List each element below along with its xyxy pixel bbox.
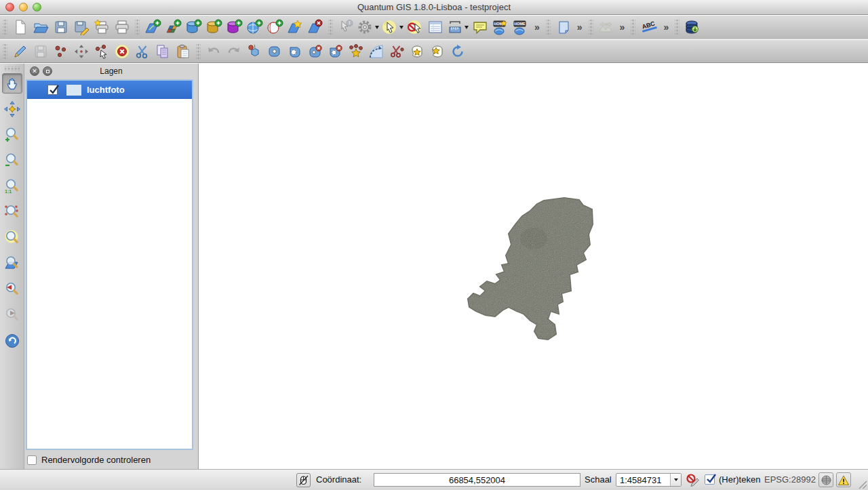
scale-dropdown-button[interactable] bbox=[670, 474, 681, 486]
identify-features-button[interactable]: i bbox=[336, 16, 356, 38]
new-print-composer-button[interactable] bbox=[92, 16, 112, 38]
messages-button[interactable] bbox=[836, 472, 851, 487]
toolbar-handle[interactable] bbox=[546, 20, 551, 35]
undo-button[interactable] bbox=[203, 41, 224, 62]
stop-render-icon bbox=[686, 473, 700, 487]
capture-points-button[interactable] bbox=[51, 41, 71, 62]
delete-part-button[interactable] bbox=[326, 41, 346, 62]
add-postgis-layer-button[interactable] bbox=[183, 16, 203, 38]
coordinate-input[interactable] bbox=[374, 473, 580, 487]
scissors-icon bbox=[134, 43, 151, 60]
add-raster-layer-button[interactable] bbox=[163, 16, 183, 38]
toggle-editing-button[interactable] bbox=[10, 41, 31, 62]
mouse-icon bbox=[298, 474, 309, 486]
pan-to-selection-button[interactable] bbox=[2, 99, 22, 119]
open-attribute-table-button[interactable] bbox=[425, 16, 446, 38]
move-feature-button[interactable] bbox=[71, 41, 92, 62]
zoom-in-icon bbox=[4, 127, 20, 143]
resize-grip[interactable] bbox=[859, 481, 867, 489]
copy-features-button[interactable] bbox=[153, 41, 173, 62]
run-feature-action-button[interactable] bbox=[356, 16, 380, 38]
layer-row-luchtfoto[interactable]: luchtfoto bbox=[27, 81, 192, 99]
raster-terrain-analysis-button[interactable] bbox=[596, 16, 616, 38]
select-features-button[interactable] bbox=[380, 16, 405, 38]
toolbar-handle[interactable] bbox=[3, 44, 7, 59]
stop-render-button[interactable] bbox=[685, 472, 701, 488]
add-vector-layer-button[interactable] bbox=[142, 16, 163, 38]
merge-attributes-button[interactable] bbox=[427, 41, 448, 62]
svg-text:i: i bbox=[349, 20, 351, 25]
zoom-next-button[interactable] bbox=[2, 305, 22, 325]
new-bookmark-button[interactable]: HOME bbox=[490, 16, 511, 38]
zoom-to-selection-button[interactable] bbox=[2, 202, 22, 222]
toolbar-overflow-chevron[interactable]: » bbox=[663, 22, 669, 33]
toolbar-overflow-chevron[interactable]: » bbox=[534, 22, 540, 33]
zoom-last-button[interactable] bbox=[2, 228, 22, 248]
zoom-native-resolution-button[interactable]: 1:1 bbox=[2, 176, 22, 197]
simplify-feature-button[interactable] bbox=[264, 41, 285, 62]
paste-features-button[interactable] bbox=[173, 41, 193, 62]
rotate-feature-button[interactable]: 1 bbox=[244, 41, 264, 62]
measure-line-button[interactable] bbox=[446, 16, 470, 38]
rotate-point-symbols-button[interactable] bbox=[448, 41, 468, 62]
toolbar-handle[interactable] bbox=[135, 20, 140, 35]
deselect-features-button[interactable] bbox=[405, 16, 425, 38]
reshape-features-button[interactable] bbox=[346, 41, 366, 62]
zoom-in-button[interactable] bbox=[2, 125, 22, 145]
map-tips-button[interactable] bbox=[470, 16, 490, 38]
open-project-button[interactable] bbox=[31, 16, 51, 38]
crs-status-button[interactable] bbox=[818, 472, 833, 487]
layer-list[interactable]: luchtfoto bbox=[26, 79, 193, 450]
merge-features-button[interactable] bbox=[407, 41, 427, 62]
zoom-full-button[interactable] bbox=[2, 253, 22, 274]
track-mouse-button[interactable] bbox=[296, 473, 311, 487]
cut-features-button[interactable] bbox=[132, 41, 153, 62]
pan-to-selection-icon bbox=[3, 100, 21, 118]
toolbar-handle[interactable] bbox=[5, 66, 20, 71]
map-canvas[interactable] bbox=[198, 64, 868, 469]
toolbar-handle[interactable] bbox=[3, 20, 7, 35]
toolbar-handle[interactable] bbox=[631, 20, 635, 35]
pan-map-button[interactable] bbox=[2, 73, 22, 94]
toolbar-overflow-chevron[interactable]: » bbox=[577, 22, 583, 33]
evis-database-button[interactable] bbox=[682, 16, 703, 38]
remove-layer-button[interactable] bbox=[305, 16, 326, 38]
toolbar-map-navigation: 1:1 bbox=[0, 64, 24, 469]
show-bookmarks-button[interactable]: HOME bbox=[511, 16, 531, 38]
labeling-button[interactable]: ABC bbox=[638, 16, 660, 38]
redraw-checkbox[interactable] bbox=[705, 474, 715, 485]
add-wms-layer-button[interactable] bbox=[244, 16, 264, 38]
zoom-previous-button[interactable] bbox=[2, 279, 22, 300]
toolbar-handle[interactable] bbox=[196, 44, 201, 59]
offset-curve-button[interactable] bbox=[366, 41, 387, 62]
scale-combobox[interactable]: 1:4584731 bbox=[616, 473, 682, 487]
layer-visibility-checkbox[interactable] bbox=[47, 85, 58, 95]
save-project-as-button[interactable] bbox=[71, 16, 92, 38]
redo-button[interactable] bbox=[224, 41, 244, 62]
delete-ring-button[interactable] bbox=[305, 41, 326, 62]
refresh-button[interactable] bbox=[2, 331, 22, 351]
node-tool-button[interactable] bbox=[92, 41, 112, 62]
split-features-button[interactable] bbox=[387, 41, 407, 62]
toolbar-handle[interactable] bbox=[328, 20, 333, 35]
add-ring-button[interactable] bbox=[285, 41, 305, 62]
save-project-button[interactable] bbox=[51, 16, 71, 38]
add-spatialite-layer-button[interactable] bbox=[203, 16, 224, 38]
add-wfs-layer-button[interactable] bbox=[264, 16, 285, 38]
zoom-out-button[interactable] bbox=[2, 150, 22, 171]
toolbar-handle[interactable] bbox=[589, 20, 593, 35]
render-order-checkbox[interactable] bbox=[27, 455, 37, 465]
new-shapefile-layer-button[interactable] bbox=[285, 16, 305, 38]
text-annotation-button[interactable] bbox=[553, 16, 574, 38]
save-edits-button[interactable] bbox=[31, 41, 51, 62]
toolbar-handle[interactable] bbox=[675, 20, 679, 35]
printer-icon bbox=[114, 19, 130, 35]
delete-selected-button[interactable] bbox=[112, 41, 132, 62]
delete-part-icon bbox=[328, 43, 344, 60]
render-order-control[interactable]: Rendervolgorde controleren bbox=[27, 455, 151, 465]
add-mssql-layer-button[interactable] bbox=[224, 16, 244, 38]
add-raster-layer-icon bbox=[164, 19, 182, 35]
composer-manager-button[interactable] bbox=[112, 16, 132, 38]
toolbar-overflow-chevron[interactable]: » bbox=[620, 22, 625, 33]
new-project-button[interactable] bbox=[10, 16, 31, 38]
